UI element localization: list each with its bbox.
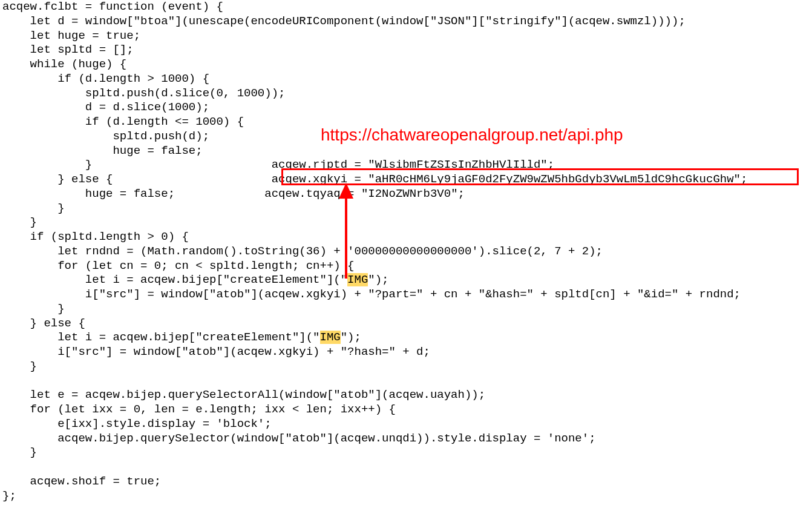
code-line: for (let ixx = 0, len = e.length; ixx < …	[2, 403, 396, 416]
code-line: let rndnd = (Math.random().toString(36) …	[2, 245, 603, 258]
code-line: e[ixx].style.display = 'block';	[2, 417, 272, 431]
code-line: d = d.slice(1000);	[2, 101, 209, 114]
code-line: acqew.fclbt = function (event) {	[2, 0, 223, 13]
code-line: ");	[341, 331, 361, 344]
code-line: spltd.push(d);	[2, 130, 209, 143]
code-line: let d = window["btoa"](unescape(encodeUR…	[2, 15, 686, 28]
annotation-url: https://chatwareopenalgroup.net/api.php	[321, 124, 623, 145]
code-line: huge = false;	[2, 187, 175, 200]
annotation-box	[281, 168, 799, 185]
code-line: }	[2, 360, 37, 373]
code-block: acqew.fclbt = function (event) { let d =…	[0, 0, 812, 505]
code-line: acqew.bijep.querySelector(window["atob"]…	[2, 432, 596, 445]
svg-marker-1	[339, 183, 353, 199]
code-line: while (huge) {	[2, 58, 126, 71]
code-line: acqew.tqyaq = "I2NoZWNrb3V0";	[264, 187, 465, 200]
code-line: if (spltd.length > 0) {	[2, 230, 189, 243]
code-line: i["src"] = window["atob"](acqew.xgkyi) +…	[2, 345, 430, 358]
code-line: }	[2, 202, 65, 215]
code-line: huge = false;	[2, 144, 203, 157]
code-line: } else {	[2, 317, 85, 330]
code-line: let huge = true;	[2, 29, 140, 42]
code-line: ");	[368, 273, 388, 286]
annotation-arrow-icon	[339, 182, 357, 282]
code-line: acqew.shoif = true;	[2, 475, 161, 488]
code-line: let i = acqew.bijep["createElement"]("	[2, 273, 347, 286]
code-line: i["src"] = window["atob"](acqew.xgkyi) +…	[2, 288, 741, 301]
code-line: };	[2, 489, 16, 503]
code-line: let spltd = [];	[2, 43, 134, 56]
code-line: for (let cn = 0; cn < spltd.length; cn++…	[2, 259, 355, 272]
highlight-img: IMG	[320, 331, 341, 344]
code-line: }	[2, 158, 92, 171]
code-line: spltd.push(d.slice(0, 1000));	[2, 87, 285, 100]
code-line: let e = acqew.bijep.querySelectorAll(win…	[2, 388, 485, 401]
code-line: if (d.length > 1000) {	[2, 72, 209, 85]
code-line: let i = acqew.bijep["createElement"]("	[2, 331, 320, 344]
code-line: }	[2, 302, 65, 315]
code-line: } else {	[2, 173, 113, 186]
code-line: }	[2, 446, 37, 459]
code-line: }	[2, 216, 37, 229]
code-line: if (d.length <= 1000) {	[2, 115, 244, 128]
